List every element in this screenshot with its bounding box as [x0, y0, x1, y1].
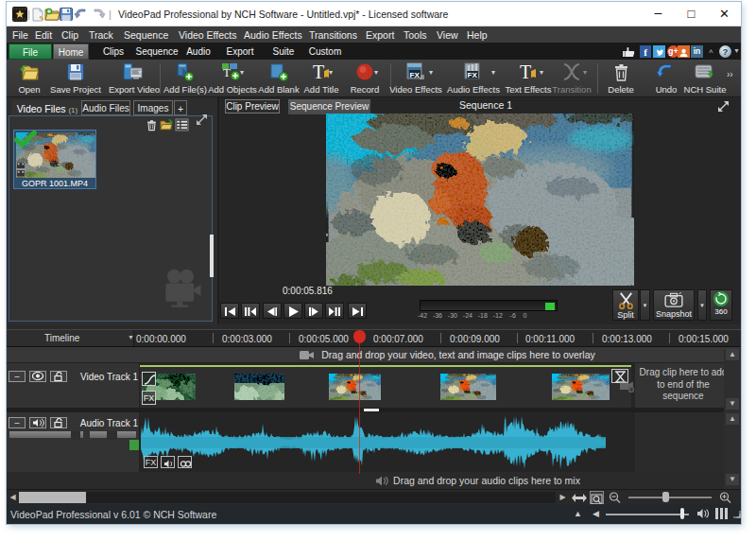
svg-text:T: T: [313, 62, 324, 82]
svg-text:T: T: [223, 65, 231, 79]
svg-text:T: T: [520, 62, 531, 82]
svg-text:FX: FX: [468, 71, 478, 79]
svg-text:FX: FX: [410, 71, 421, 79]
